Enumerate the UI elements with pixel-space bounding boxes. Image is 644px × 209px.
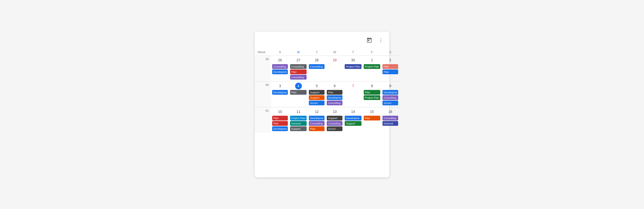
- day-number: 29: [331, 57, 338, 64]
- event-chip[interactable]: Support: [290, 126, 307, 131]
- event-chip[interactable]: Developme: [382, 90, 398, 95]
- event-chip[interactable]: Project Plan: [364, 95, 380, 100]
- day-cell[interactable]: 14DevelopmeSupport: [344, 107, 362, 133]
- event-chip[interactable]: Plan: [309, 126, 325, 131]
- calendar-icon[interactable]: [365, 36, 374, 46]
- calendar-container: Week S M T W T F S 3926ConsultingDevelop…: [255, 32, 389, 177]
- calendar-grid: Week S M T W T F S 3926ConsultingDevelop…: [255, 49, 399, 133]
- day-cell[interactable]: 11Project PlanGeneralSupport: [289, 107, 308, 133]
- day-events: Developme: [272, 90, 288, 95]
- day-cell[interactable]: 29: [326, 56, 344, 82]
- day-events: ConsultingPlanConsulting: [290, 64, 307, 80]
- day-number: 14: [350, 108, 356, 115]
- svg-point-1: [381, 40, 381, 41]
- event-chip[interactable]: Project Plan: [290, 116, 307, 120]
- week-number: 39: [255, 56, 271, 82]
- day-events: Plan: [364, 116, 380, 120]
- event-chip[interactable]: Consulting: [290, 75, 307, 80]
- event-chip[interactable]: Plan: [364, 116, 380, 120]
- event-chip[interactable]: Consulting: [327, 101, 342, 105]
- day-number: 30: [350, 57, 356, 64]
- day-cell[interactable]: 6PlanDevelopmeConsulting: [326, 82, 344, 107]
- event-chip[interactable]: Consulting: [309, 64, 325, 69]
- event-chip[interactable]: Support: [327, 116, 342, 120]
- day-cell[interactable]: 7: [344, 82, 362, 107]
- event-chip[interactable]: Plan: [382, 69, 398, 74]
- event-chip[interactable]: Plan: [290, 69, 307, 74]
- day-events: PlanPlanDevelopme: [272, 116, 288, 131]
- day-number: 16: [387, 108, 394, 115]
- event-chip[interactable]: Developme: [272, 126, 288, 131]
- more-icon[interactable]: [377, 36, 385, 46]
- day-events: Project Plan: [364, 64, 380, 69]
- event-chip[interactable]: Consulting: [327, 121, 342, 126]
- day-cell[interactable]: 1Project Plan: [363, 56, 381, 82]
- event-chip[interactable]: Consulting: [272, 64, 288, 69]
- event-chip[interactable]: Plan: [290, 90, 307, 95]
- day-number: 8: [368, 83, 375, 89]
- day-cell[interactable]: 2PlanPlan: [381, 56, 399, 82]
- day-number: 6: [331, 83, 338, 89]
- day-events: SupportConsultingScrum: [327, 116, 342, 131]
- day-events: PlanProject Plan: [364, 90, 380, 100]
- event-chip[interactable]: Plan: [272, 116, 288, 120]
- calendar-week-row: 403Developme4Plan5SupportSupportScrum6Pl…: [255, 82, 399, 107]
- day-header-sun: S: [271, 49, 289, 56]
- event-chip[interactable]: Consulting: [290, 64, 307, 69]
- event-chip[interactable]: Support: [309, 95, 325, 100]
- event-chip[interactable]: Project Plan: [364, 64, 380, 69]
- day-number: 2: [387, 57, 394, 64]
- day-cell[interactable]: 9DevelopmeConsultingScrum: [381, 82, 399, 107]
- day-cell[interactable]: 13SupportConsultingScrum: [326, 107, 344, 133]
- event-chip[interactable]: Developme: [327, 95, 342, 100]
- event-chip[interactable]: Support: [309, 90, 325, 95]
- week-number: 40: [255, 82, 271, 107]
- day-cell[interactable]: 28Consulting: [308, 56, 326, 82]
- event-chip[interactable]: Developme: [272, 90, 288, 95]
- event-chip[interactable]: Project Plan: [345, 64, 361, 69]
- day-cell[interactable]: 26ConsultingDevelopme: [271, 56, 289, 82]
- event-chip[interactable]: Support: [345, 121, 361, 126]
- day-cell[interactable]: 16ConsultingGeneral: [381, 107, 399, 133]
- day-events: PlanDevelopmeConsulting: [327, 90, 342, 105]
- day-cell[interactable]: 15Plan: [363, 107, 381, 133]
- event-chip[interactable]: Developme: [309, 116, 325, 120]
- day-number: 9: [387, 83, 394, 89]
- day-events: DevelopmeConsultingScrum: [382, 90, 398, 105]
- day-cell[interactable]: 12DevelopmeConsultingPlan: [308, 107, 326, 133]
- event-chip[interactable]: Plan: [327, 90, 342, 95]
- event-chip[interactable]: Scrum: [327, 126, 342, 131]
- day-number: 3: [277, 83, 283, 89]
- svg-point-0: [381, 38, 381, 39]
- event-chip[interactable]: Scrum: [309, 101, 325, 105]
- event-chip[interactable]: Developme: [345, 116, 361, 120]
- day-cell[interactable]: 27ConsultingPlanConsulting: [289, 56, 308, 82]
- day-events: Consulting: [309, 64, 325, 69]
- event-chip[interactable]: Plan: [272, 121, 288, 126]
- event-chip[interactable]: Plan: [364, 90, 380, 95]
- event-chip[interactable]: Consulting: [382, 95, 398, 100]
- event-chip[interactable]: Consulting: [382, 116, 398, 120]
- day-header-row: Week S M T W T F S: [255, 49, 399, 56]
- day-events: Project PlanGeneralSupport: [290, 116, 307, 131]
- day-cell[interactable]: 30Project Plan: [344, 56, 362, 82]
- day-header-wed: W: [326, 49, 344, 56]
- day-cell[interactable]: 4Plan: [289, 82, 308, 107]
- day-cell[interactable]: 3Developme: [271, 82, 289, 107]
- event-chip[interactable]: Consulting: [309, 121, 325, 126]
- day-number: 26: [277, 57, 283, 64]
- day-events: DevelopmeConsultingPlan: [309, 116, 325, 131]
- day-number: 5: [313, 83, 320, 89]
- day-number: 28: [313, 57, 320, 64]
- day-cell[interactable]: 5SupportSupportScrum: [308, 82, 326, 107]
- day-cell[interactable]: 8PlanProject Plan: [363, 82, 381, 107]
- event-chip[interactable]: Scrum: [382, 101, 398, 105]
- event-chip[interactable]: Plan: [382, 64, 398, 69]
- day-header-fri: F: [363, 49, 381, 56]
- day-cell[interactable]: 10PlanPlanDevelopme: [271, 107, 289, 133]
- event-chip[interactable]: Developme: [272, 69, 288, 74]
- event-chip[interactable]: General: [382, 121, 398, 126]
- event-chip[interactable]: General: [290, 121, 307, 126]
- calendar-week-row: 3926ConsultingDevelopme27ConsultingPlanC…: [255, 56, 399, 82]
- day-events: SupportSupportScrum: [309, 90, 325, 105]
